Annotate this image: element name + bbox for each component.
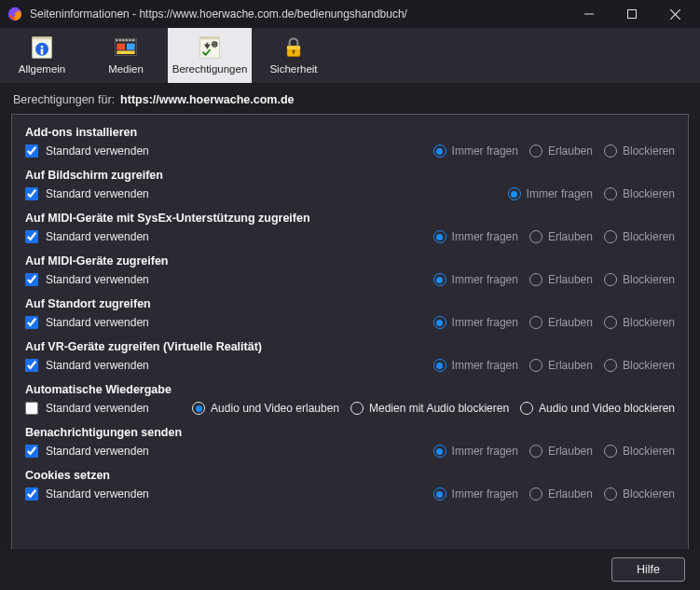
radio-icon — [604, 445, 617, 458]
use-default-checkbox[interactable] — [25, 316, 38, 329]
permission-options: Immer fragenErlaubenBlockieren — [433, 359, 675, 372]
svg-rect-18 — [200, 37, 220, 59]
radio-icon — [604, 187, 617, 200]
opt-block[interactable]: Blockieren — [604, 316, 675, 329]
svg-rect-9 — [117, 40, 118, 42]
use-default-label: Standard verwenden — [46, 230, 149, 243]
radio-icon — [433, 273, 446, 286]
opt-block-audio[interactable]: Medien mit Audio blockieren — [350, 402, 509, 415]
radio-icon — [604, 273, 617, 286]
opt-label: Immer fragen — [527, 187, 593, 200]
permission-title: Auf VR-Geräte zugreifen (Virtuelle Reali… — [25, 340, 675, 353]
opt-block-av[interactable]: Audio und Video blockieren — [520, 402, 675, 415]
tab-medien[interactable]: Medien — [84, 28, 168, 83]
firefox-icon — [7, 7, 22, 21]
radio-icon — [529, 230, 542, 243]
opt-label: Erlauben — [548, 273, 593, 286]
opt-label: Blockieren — [623, 316, 675, 329]
opt-block[interactable]: Blockieren — [604, 445, 675, 458]
opt-ask[interactable]: Immer fragen — [433, 359, 518, 372]
permission-row: Add-ons installierenStandard verwendenIm… — [12, 118, 688, 161]
opt-label: Blockieren — [623, 230, 675, 243]
permission-row: Benachrichtigungen sendenStandard verwen… — [12, 418, 688, 461]
opt-allow[interactable]: Erlauben — [529, 230, 593, 243]
opt-block[interactable]: Blockieren — [604, 144, 675, 158]
use-default-checkbox[interactable] — [25, 445, 38, 458]
svg-rect-15 — [117, 44, 125, 50]
close-button[interactable] — [653, 0, 696, 28]
svg-rect-12 — [126, 40, 128, 42]
permission-title: Auf Bildschirm zugreifen — [25, 169, 675, 182]
radio-icon — [433, 230, 446, 243]
opt-label: Blockieren — [623, 187, 675, 200]
svg-rect-1 — [628, 10, 637, 19]
use-default-checkbox[interactable] — [25, 487, 38, 501]
permission-row: Auf MIDI-Geräte mit SysEx-Unterstützung … — [12, 204, 688, 247]
tab-label: Allgemein — [19, 64, 66, 75]
opt-allow[interactable]: Erlauben — [529, 487, 593, 501]
permission-title: Add-ons installieren — [25, 126, 675, 139]
berechtigungen-icon — [196, 34, 224, 61]
use-default-checkbox[interactable] — [25, 144, 38, 158]
radio-icon — [529, 487, 542, 501]
use-default-label: Standard verwenden — [46, 487, 149, 501]
opt-allow[interactable]: Erlauben — [529, 144, 593, 158]
allgemein-icon — [28, 34, 56, 61]
use-default-checkbox[interactable] — [25, 402, 38, 415]
radio-icon — [604, 359, 617, 372]
opt-ask[interactable]: Immer fragen — [433, 445, 518, 458]
permission-options: Immer fragenErlaubenBlockieren — [433, 487, 675, 501]
opt-ask[interactable]: Immer fragen — [433, 316, 518, 329]
medien-icon — [112, 34, 140, 61]
opt-allow[interactable]: Erlauben — [529, 316, 593, 329]
opt-label: Immer fragen — [452, 316, 518, 329]
tab-allgemein[interactable]: Allgemein — [0, 28, 84, 83]
opt-allow-av[interactable]: Audio und Video erlauben — [192, 402, 339, 415]
use-default-checkbox[interactable] — [25, 273, 38, 286]
opt-block[interactable]: Blockieren — [604, 359, 675, 372]
use-default-label: Standard verwenden — [46, 144, 149, 158]
opt-ask[interactable]: Immer fragen — [433, 487, 518, 501]
tab-sicherheit[interactable]: Sicherheit — [252, 28, 336, 83]
use-default-checkbox[interactable] — [25, 359, 38, 372]
radio-icon — [604, 487, 617, 501]
svg-rect-22 — [287, 47, 300, 50]
use-default-checkbox[interactable] — [25, 230, 38, 243]
opt-allow[interactable]: Erlauben — [529, 445, 593, 458]
opt-allow[interactable]: Erlauben — [529, 359, 593, 372]
opt-label: Erlauben — [548, 359, 593, 372]
use-default-label: Standard verwenden — [46, 273, 149, 286]
svg-rect-5 — [41, 46, 44, 48]
opt-ask[interactable]: Immer fragen — [433, 273, 518, 286]
opt-block[interactable]: Blockieren — [604, 230, 675, 243]
opt-label: Erlauben — [548, 144, 593, 158]
opt-block[interactable]: Blockieren — [604, 273, 675, 286]
sicherheit-icon — [280, 34, 308, 61]
use-default-label: Standard verwenden — [46, 445, 149, 458]
svg-rect-13 — [130, 40, 131, 42]
opt-allow[interactable]: Erlauben — [529, 273, 593, 286]
opt-ask[interactable]: Immer fragen — [433, 230, 518, 243]
permission-title: Benachrichtigungen senden — [25, 426, 675, 439]
radio-icon — [192, 402, 205, 415]
permission-row: Automatische WiedergabeStandard verwende… — [12, 376, 688, 418]
minimize-button[interactable] — [568, 0, 611, 28]
opt-ask[interactable]: Immer fragen — [508, 187, 593, 200]
toolbar: AllgemeinMedienBerechtigungenSicherheit — [0, 28, 700, 84]
opt-block[interactable]: Blockieren — [604, 187, 675, 200]
permissions-scroll[interactable]: Add-ons installierenStandard verwendenIm… — [12, 115, 688, 549]
radio-icon — [604, 316, 617, 329]
opt-block[interactable]: Blockieren — [604, 487, 675, 501]
permissions-for-url: https://www.hoerwache.com.de — [120, 93, 294, 106]
maximize-button[interactable] — [611, 0, 653, 28]
opt-ask[interactable]: Immer fragen — [433, 144, 518, 158]
radio-icon — [529, 445, 542, 458]
svg-rect-6 — [41, 49, 44, 55]
svg-rect-3 — [33, 37, 52, 40]
tab-label: Berechtigungen — [172, 64, 248, 75]
use-default-checkbox[interactable] — [25, 187, 38, 200]
tab-berechtigungen[interactable]: Berechtigungen — [168, 28, 252, 83]
help-button[interactable]: Hilfe — [611, 557, 685, 582]
svg-rect-10 — [119, 40, 121, 42]
permission-row: Auf VR-Geräte zugreifen (Virtuelle Reali… — [12, 333, 688, 376]
